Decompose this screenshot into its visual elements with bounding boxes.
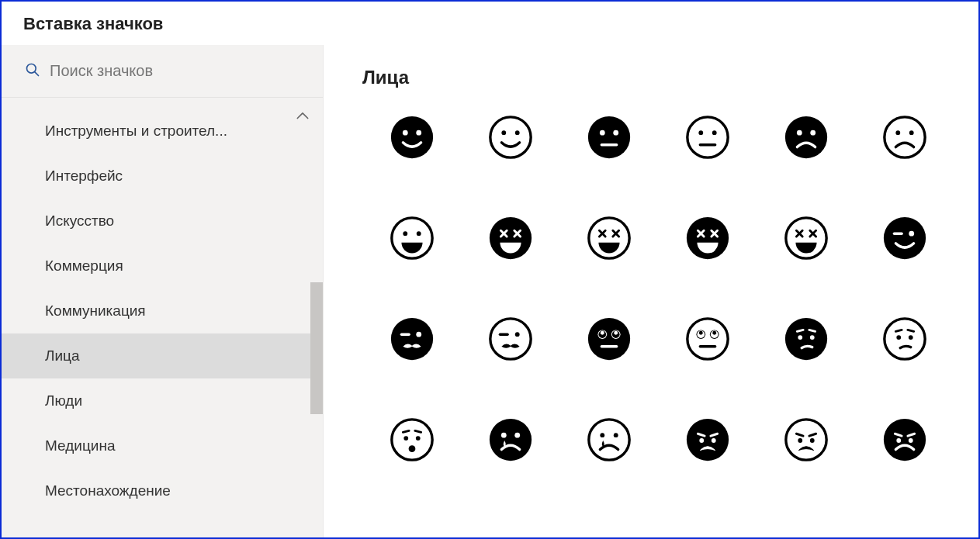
svg-line-99 xyxy=(809,434,816,436)
svg-point-86 xyxy=(489,419,531,461)
frown-outline-icon[interactable] xyxy=(878,110,932,164)
svg-point-50 xyxy=(416,332,421,337)
sad-solid-icon[interactable] xyxy=(680,413,735,467)
sidebar: Инструменты и строител...ИнтерфейсИскусс… xyxy=(2,45,324,537)
svg-point-7 xyxy=(514,130,519,135)
svg-point-54 xyxy=(587,318,629,360)
svg-point-16 xyxy=(784,116,826,158)
content-area: Инструменты и строител...ИнтерфейсИскусс… xyxy=(2,45,978,537)
svg-point-89 xyxy=(588,420,629,460)
sidebar-item-0[interactable]: Инструменты и строител... xyxy=(2,109,323,154)
sidebar-item-4[interactable]: Коммуникация xyxy=(2,289,323,333)
search-input[interactable] xyxy=(50,62,309,80)
main-panel: Лица xyxy=(324,45,978,537)
svg-point-97 xyxy=(785,420,826,460)
svg-point-20 xyxy=(895,130,900,135)
svg-point-2 xyxy=(390,116,432,158)
sidebar-item-3[interactable]: Коммерция xyxy=(2,244,323,289)
mustache-wink-solid-icon[interactable] xyxy=(385,312,439,366)
svg-point-65 xyxy=(698,331,702,335)
svg-line-82 xyxy=(414,430,421,432)
grin-outline-icon[interactable] xyxy=(385,211,439,265)
svg-point-75 xyxy=(884,319,924,359)
svg-point-87 xyxy=(500,433,506,438)
svg-point-19 xyxy=(884,117,924,157)
angry-solid-icon[interactable] xyxy=(878,413,932,467)
svg-point-80 xyxy=(391,420,431,460)
icon-grid xyxy=(362,110,954,467)
svg-point-57 xyxy=(600,331,604,335)
svg-point-8 xyxy=(587,116,629,158)
smile-solid-icon[interactable] xyxy=(385,110,439,164)
mustache-wink-outline-icon[interactable] xyxy=(483,312,538,366)
svg-point-14 xyxy=(712,130,716,135)
svg-line-81 xyxy=(403,430,409,432)
eyeroll-solid-icon[interactable] xyxy=(582,312,636,366)
svg-point-105 xyxy=(896,438,901,443)
dialog-title: Вставка значков xyxy=(2,2,978,45)
svg-point-10 xyxy=(613,130,618,136)
svg-point-101 xyxy=(809,438,814,443)
svg-point-60 xyxy=(614,331,618,335)
sidebar-item-5[interactable]: Лица xyxy=(2,333,323,378)
svg-line-76 xyxy=(895,330,902,331)
svg-point-83 xyxy=(403,436,408,441)
tongue-outline-icon[interactable] xyxy=(779,211,833,265)
svg-line-98 xyxy=(796,434,803,436)
svg-point-84 xyxy=(415,436,420,441)
svg-point-21 xyxy=(909,130,913,135)
sidebar-item-2[interactable]: Искусство xyxy=(2,199,323,244)
svg-point-53 xyxy=(514,332,519,337)
svg-point-78 xyxy=(896,335,901,340)
sidebar-item-7[interactable]: Медицина xyxy=(2,423,323,468)
svg-point-85 xyxy=(408,445,415,452)
svg-point-23 xyxy=(403,231,407,236)
svg-point-12 xyxy=(687,117,727,157)
svg-point-18 xyxy=(810,130,816,136)
svg-line-1 xyxy=(35,71,39,75)
svg-line-71 xyxy=(797,330,803,331)
tear-outline-icon[interactable] xyxy=(582,413,636,467)
wink-solid-icon[interactable] xyxy=(878,211,932,265)
svg-point-92 xyxy=(686,419,728,461)
worried-outline-icon[interactable] xyxy=(878,312,932,366)
sidebar-item-1[interactable]: Интерфейс xyxy=(2,154,323,199)
scrollbar-thumb[interactable] xyxy=(310,282,323,414)
search-row xyxy=(2,45,323,98)
svg-point-9 xyxy=(599,130,604,136)
svg-line-77 xyxy=(907,330,913,331)
smile-outline-icon[interactable] xyxy=(483,110,538,164)
category-title: Лица xyxy=(362,67,954,88)
frown-solid-icon[interactable] xyxy=(779,110,833,164)
svg-point-47 xyxy=(909,231,914,237)
svg-point-88 xyxy=(514,433,520,438)
svg-point-48 xyxy=(390,318,432,360)
svg-point-73 xyxy=(798,335,802,340)
sidebar-item-8[interactable]: Местонахождение xyxy=(2,468,323,513)
tongue-solid-icon[interactable] xyxy=(680,211,735,265)
sad-outline-icon[interactable] xyxy=(779,413,833,467)
svg-point-62 xyxy=(687,319,727,359)
svg-point-95 xyxy=(699,438,704,443)
svg-point-51 xyxy=(490,319,530,359)
neutral-solid-icon[interactable] xyxy=(582,110,636,164)
svg-point-100 xyxy=(798,438,802,443)
svg-point-4 xyxy=(416,130,421,136)
svg-point-68 xyxy=(712,331,716,335)
chevron-up-icon[interactable] xyxy=(295,109,310,124)
cry-solid-icon[interactable] xyxy=(483,413,538,467)
laugh-solid-icon[interactable] xyxy=(483,211,538,265)
category-list-container: Инструменты и строител...ИнтерфейсИскусс… xyxy=(2,98,323,537)
svg-point-45 xyxy=(883,217,925,259)
worried-solid-icon[interactable] xyxy=(779,312,833,366)
sidebar-item-6[interactable]: Люди xyxy=(2,378,323,423)
svg-point-90 xyxy=(600,433,604,437)
neutral-outline-icon[interactable] xyxy=(680,110,735,164)
surprised-outline-icon[interactable] xyxy=(385,413,439,467)
svg-line-72 xyxy=(809,330,815,331)
search-icon xyxy=(25,62,40,81)
eyeroll-outline-icon[interactable] xyxy=(680,312,735,366)
svg-point-5 xyxy=(490,117,530,157)
svg-point-96 xyxy=(711,438,715,443)
laugh-outline-icon[interactable] xyxy=(582,211,636,265)
